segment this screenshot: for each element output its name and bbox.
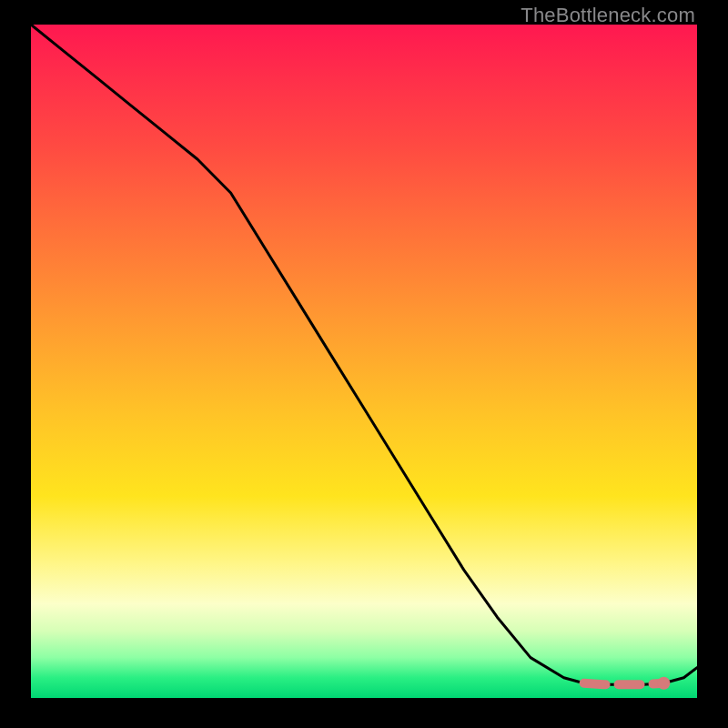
- chart-svg: [31, 25, 697, 698]
- highlight-end-dot: [657, 677, 670, 690]
- highlight-flat-zone: [584, 683, 664, 685]
- chart-frame: TheBottleneck.com: [0, 0, 728, 728]
- plot-area: [31, 25, 697, 698]
- bottleneck-curve: [31, 25, 697, 684]
